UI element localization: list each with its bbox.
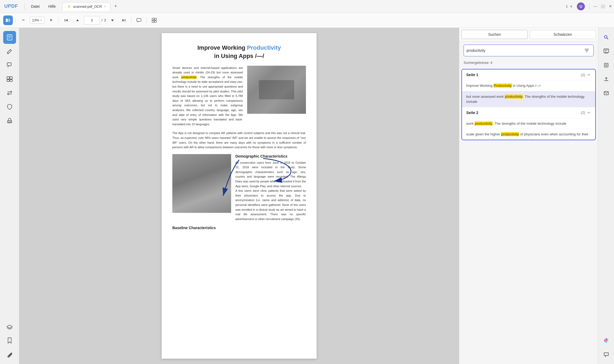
- search-filter-button[interactable]: [583, 46, 591, 54]
- result-text-before: work: [466, 122, 475, 126]
- toolbar: − 13% ∨ + / 2: [0, 13, 614, 28]
- pdf-section-content: Demographic Characteristics All consecut…: [235, 154, 306, 222]
- sidebar-right: [598, 28, 614, 364]
- svg-rect-12: [152, 21, 154, 22]
- tab-name: scanned-pdf_OCR: [73, 5, 102, 9]
- search-input[interactable]: [467, 48, 583, 53]
- result-item-2-1[interactable]: work productivity. The strengths of the …: [462, 118, 595, 129]
- svg-point-37: [605, 340, 607, 341]
- titlebar: UPDF Datei Hilfe ⚡ scanned-pdf_OCR × + 1…: [0, 0, 614, 13]
- right-search-icon[interactable]: [600, 31, 613, 44]
- right-share-icon[interactable]: [600, 73, 613, 85]
- svg-marker-3: [66, 19, 68, 22]
- section-1-count: (2): [581, 73, 585, 77]
- result-section-1-header[interactable]: Seite 1 (2): [462, 69, 595, 80]
- result-section-2-header[interactable]: Seite 2 (2): [462, 107, 595, 118]
- sidebar-item-organize[interactable]: [3, 73, 16, 85]
- sidebar-item-convert[interactable]: [3, 87, 16, 99]
- search-input-wrapper: [464, 45, 594, 56]
- right-chat-icon[interactable]: [600, 348, 613, 361]
- layout-button[interactable]: [149, 15, 159, 25]
- result-text-after: of physicians even when accounting for t…: [519, 132, 588, 136]
- svg-rect-21: [10, 77, 12, 79]
- sidebar-item-comment[interactable]: [3, 59, 16, 72]
- sidebar-toggle[interactable]: [3, 15, 13, 25]
- sidebar-item-read[interactable]: [3, 31, 16, 44]
- panel-tabs: Suchen Schwärzen: [459, 28, 598, 41]
- result-section-2: Seite 2 (2) work productivity. The stren…: [462, 107, 595, 140]
- sidebar-item-edit[interactable]: [3, 45, 16, 58]
- active-tab[interactable]: ⚡ scanned-pdf_OCR ×: [62, 2, 110, 11]
- sidebar-item-bookmark[interactable]: [3, 334, 16, 347]
- zoom-out-button[interactable]: −: [18, 15, 28, 25]
- result-section-1: Seite 1 (2) Improve Working Productivity…: [462, 69, 595, 107]
- tab-icon: ⚡: [67, 5, 71, 9]
- nav-next-button[interactable]: [108, 15, 117, 25]
- result-keyword: productivity: [501, 132, 519, 136]
- nav-first-button[interactable]: [61, 15, 71, 25]
- title-line2: in Using Apps /—/: [214, 53, 264, 59]
- section-body: All consecutive users from June 1, 2016 …: [235, 161, 306, 222]
- result-item-1-1[interactable]: Improve Working Productivity in Using Ap…: [462, 80, 595, 91]
- svg-rect-34: [604, 63, 608, 67]
- svg-rect-10: [152, 18, 154, 20]
- current-page-input[interactable]: [84, 16, 100, 25]
- section-2-chevron: [587, 111, 591, 115]
- results-container[interactable]: Seite 1 (2) Improve Working Productivity…: [459, 67, 598, 364]
- close-button[interactable]: ✕: [607, 3, 614, 10]
- results-box: Seite 1 (2) Improve Working Productivity…: [461, 69, 596, 140]
- baseline-title: Baseline Characteristics: [172, 226, 306, 230]
- tab-schwarZen[interactable]: Schwärzen: [530, 30, 596, 39]
- app-logo: UPDF: [0, 3, 22, 9]
- svg-rect-14: [7, 35, 12, 40]
- maximize-button[interactable]: ⬜: [599, 3, 607, 10]
- results-count: Suchergebnisse: 4: [459, 60, 598, 67]
- result-text-before: Improve Working: [466, 84, 493, 88]
- right-flower-icon[interactable]: [600, 334, 613, 347]
- svg-marker-7: [122, 19, 124, 22]
- menu-datei[interactable]: Datei: [27, 2, 44, 11]
- pdf-title: Improve Working Productivity in Using Ap…: [172, 44, 306, 60]
- svg-marker-5: [111, 19, 114, 21]
- section-2-title: Seite 2: [466, 111, 581, 115]
- section-1-title: Seite 1: [466, 73, 581, 77]
- section-1-chevron: [587, 73, 591, 77]
- page-nav-number: 1: [566, 4, 568, 8]
- tab-close-button[interactable]: ×: [104, 5, 106, 8]
- right-scan-icon[interactable]: [600, 59, 613, 72]
- right-email-icon[interactable]: [600, 87, 613, 99]
- svg-rect-19: [7, 63, 11, 66]
- result-item-1-2[interactable]: but none assessed work productivity. The…: [462, 91, 595, 107]
- sidebar-item-layers[interactable]: [3, 320, 16, 333]
- zoom-dropdown-arrow[interactable]: ∨: [40, 18, 42, 22]
- result-keyword: Productivity: [493, 84, 512, 88]
- result-text-before: but none assessed work: [466, 95, 505, 99]
- sidebar-item-protect[interactable]: [3, 100, 16, 113]
- svg-rect-13: [154, 21, 156, 22]
- zoom-in-button[interactable]: +: [46, 15, 56, 25]
- minimize-button[interactable]: —: [592, 3, 599, 10]
- sidebar-item-stamp[interactable]: [3, 114, 16, 127]
- right-panel: Suchen Schwärzen Suchergebnisse: 4 Seite…: [459, 28, 598, 364]
- nav-prev-button[interactable]: [73, 15, 82, 25]
- tab-suchen[interactable]: Suchen: [461, 30, 528, 39]
- right-ocr-icon[interactable]: [600, 45, 613, 58]
- svg-point-39: [606, 341, 607, 343]
- titlebar-divider: [24, 3, 25, 10]
- total-pages: 2: [104, 18, 106, 22]
- add-tab-button[interactable]: +: [112, 3, 119, 10]
- page-nav-arrow[interactable]: ∨: [570, 4, 573, 8]
- svg-rect-11: [154, 18, 156, 20]
- nav-last-button[interactable]: [119, 15, 129, 25]
- menu-hilfe[interactable]: Hilfe: [44, 2, 60, 11]
- zoom-level-display[interactable]: 13% ∨: [30, 17, 45, 24]
- keyword-in-text: productivity: [181, 76, 197, 79]
- result-keyword: productivity: [505, 95, 523, 99]
- pdf-viewer[interactable]: Improve Working Productivity in Using Ap…: [19, 28, 459, 364]
- sidebar-item-attachment[interactable]: [3, 348, 16, 361]
- svg-marker-4: [76, 19, 79, 21]
- result-item-2-2[interactable]: scale given the higher productivity of p…: [462, 129, 595, 140]
- svg-point-28: [604, 36, 607, 38]
- user-avatar[interactable]: U: [577, 2, 585, 10]
- comment-button[interactable]: [134, 15, 144, 25]
